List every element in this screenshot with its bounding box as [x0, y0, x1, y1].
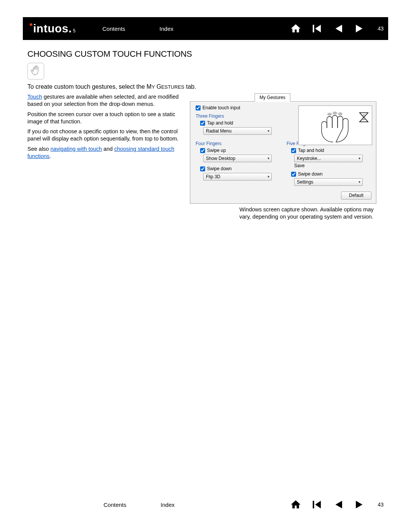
svg-point-2 [327, 113, 332, 116]
touch-link[interactable]: Touch [27, 94, 42, 100]
touch-gesture-icon [27, 63, 44, 80]
five-save-label: Save [294, 162, 372, 169]
footer-prev-page-icon[interactable] [332, 499, 345, 510]
svg-point-1 [36, 65, 37, 66]
gesture-preview [298, 105, 372, 145]
header-bar: intuos.5 Contents Index 43 [23, 17, 388, 40]
page-number-top: 43 [378, 26, 384, 32]
svg-rect-5 [313, 501, 314, 508]
four-fingers-label: Four Fingers [196, 141, 281, 146]
five-tap-hold-dropdown[interactable]: Keystroke... [294, 155, 363, 162]
first-page-icon[interactable] [311, 23, 323, 34]
home-icon[interactable] [289, 23, 302, 34]
five-tap-hold-checkbox[interactable] [291, 148, 296, 153]
logo: intuos.5 [30, 22, 76, 35]
page-number-bottom: 43 [378, 502, 384, 508]
footer-next-page-icon[interactable] [353, 499, 366, 510]
enable-touch-checkbox[interactable] [196, 105, 201, 110]
navigating-with-touch-link[interactable]: navigating with touch [50, 146, 102, 152]
nav-index[interactable]: Index [159, 26, 174, 32]
four-swipe-down-dropdown[interactable]: Flip 3D [203, 173, 272, 181]
tab-my-gestures[interactable]: My Gestures [255, 93, 290, 102]
description-column: Touch gestures are available when select… [27, 93, 185, 163]
next-page-icon[interactable] [353, 23, 366, 34]
prev-page-icon[interactable] [332, 23, 345, 34]
svg-point-3 [333, 112, 337, 115]
three-tap-hold-checkbox[interactable] [200, 121, 205, 126]
five-swipe-down-checkbox[interactable] [291, 172, 296, 177]
default-button[interactable]: Default [341, 192, 371, 200]
four-swipe-down-checkbox[interactable] [200, 166, 205, 171]
footer-nav-contents[interactable]: Contents [104, 502, 126, 508]
footer-first-page-icon[interactable] [311, 499, 323, 510]
gestures-panel: Enable touch input [190, 101, 376, 204]
svg-rect-0 [313, 25, 314, 32]
svg-point-4 [338, 112, 342, 115]
four-swipe-up-dropdown[interactable]: Show Desktop [203, 155, 272, 162]
intro-text: To create custom touch gestures, select … [27, 83, 384, 90]
footer-home-icon[interactable] [289, 499, 302, 510]
three-tap-hold-dropdown[interactable]: Radial Menu [203, 127, 272, 135]
five-swipe-down-dropdown[interactable]: Settings [294, 178, 363, 186]
page-title: CHOOSING CUSTOM TOUCH FUNCTIONS [27, 49, 384, 59]
enable-touch-label: Enable touch input [202, 105, 240, 110]
nav-contents[interactable]: Contents [102, 26, 125, 32]
screenshot-caption: Windows screen capture shown. Available … [239, 206, 384, 220]
footer-bar: Contents Index 43 [23, 494, 388, 515]
footer-nav-index[interactable]: Index [161, 502, 175, 508]
four-swipe-up-checkbox[interactable] [200, 148, 205, 153]
